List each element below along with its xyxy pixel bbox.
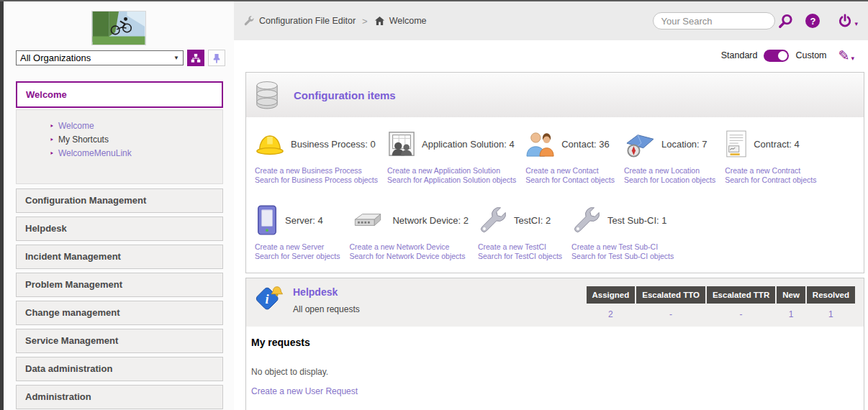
submenu-item-welcomemenulink[interactable]: ‣WelcomeMenuLink	[50, 147, 217, 160]
panel-title: Helpdesk	[293, 286, 360, 298]
panel-title: Configuration items	[294, 89, 396, 101]
sidebar-item-label: Administration	[25, 391, 91, 402]
ci-item-location: Location: 7 Create a new Location Search…	[624, 126, 715, 185]
logout-button[interactable]: ▾	[837, 13, 858, 29]
wrench-icon	[243, 15, 255, 27]
sidebar-item-label: Incident Management	[25, 251, 121, 262]
search-link[interactable]: Search for Server objects	[255, 252, 340, 261]
create-link[interactable]: Create a new TestCI	[478, 242, 562, 252]
sidebar-item-label: Change management	[25, 307, 119, 318]
edit-dashboard-button[interactable]: ✎▾	[838, 49, 854, 63]
ci-row-2: Server: 4 Create a new Server Search for…	[246, 192, 864, 273]
sidebar-item-service-management[interactable]: Service Management	[16, 329, 223, 353]
column-header: Escalated TTR	[707, 286, 775, 304]
ci-item-server: Server: 4 Create a new Server Search for…	[255, 202, 340, 261]
svg-text:i: i	[265, 292, 268, 306]
submenu-link[interactable]: My Shortcuts	[58, 135, 109, 145]
create-user-request-link[interactable]: Create a new User Request	[251, 386, 358, 396]
breadcrumb: Configuration File Editor > Welcome	[243, 15, 427, 27]
search-link[interactable]: Search for Business Process objects	[255, 176, 378, 185]
resolved-count-link[interactable]: 1	[828, 309, 833, 319]
helpdesk-titles: Helpdesk All open requests	[293, 285, 360, 314]
ci-item-business-process: Business Process: 0 Create a new Busines…	[255, 126, 378, 185]
create-link[interactable]: Create a new Contract	[725, 166, 816, 176]
new-count-link[interactable]: 1	[789, 309, 794, 319]
search-link[interactable]: Search for Location objects	[624, 176, 715, 185]
panel-configuration-items: Configuration items Business Process: 0	[245, 72, 864, 273]
create-link[interactable]: Create a new Business Process	[255, 166, 378, 176]
main-area: Configuration File Editor > Welcome ?	[234, 1, 868, 410]
breadcrumb-item[interactable]: Configuration File Editor	[259, 16, 356, 26]
question-mark-icon: ?	[810, 16, 815, 27]
submenu-link[interactable]: Welcome	[58, 121, 94, 131]
breadcrumb-item[interactable]: Welcome	[389, 16, 427, 26]
create-link[interactable]: Create a new Location	[624, 166, 715, 176]
ci-label: Test Sub-CI: 1	[607, 215, 666, 226]
create-link[interactable]: Create a new Server	[255, 242, 340, 252]
ci-label: Contract: 4	[754, 139, 800, 150]
triangle-bullet-icon: ‣	[50, 122, 54, 130]
sidebar-item-label: Service Management	[25, 335, 118, 346]
escalated-tto-value: -	[669, 309, 672, 319]
sidebar-item-label: Data administration	[25, 363, 112, 374]
sidebar-item-administration[interactable]: Administration	[16, 385, 223, 409]
assigned-count-link[interactable]: 2	[608, 309, 613, 319]
wrench-icon	[478, 205, 508, 235]
sidebar-item-problem-management[interactable]: Problem Management	[16, 273, 223, 297]
help-button[interactable]: ?	[805, 14, 820, 28]
chevron-down-icon: ▾	[851, 55, 854, 63]
submenu-link[interactable]: WelcomeMenuLink	[58, 148, 132, 158]
search-link[interactable]: Search for TestCI objects	[478, 252, 562, 261]
ci-label: Business Process: 0	[291, 139, 376, 150]
ci-label: Location: 7	[661, 139, 707, 150]
search-input[interactable]	[653, 12, 775, 29]
organization-filter-row: All Organizations ▼	[16, 50, 225, 66]
pin-menu-button[interactable]	[208, 50, 225, 66]
chevron-down-icon: ▼	[173, 55, 179, 61]
organization-select[interactable]: All Organizations ▼	[16, 50, 184, 65]
sidebar-item-label: Problem Management	[25, 279, 122, 290]
ci-label: Network Device: 2	[392, 215, 468, 226]
search-link[interactable]: Search for Contract objects	[725, 176, 816, 185]
org-hierarchy-button[interactable]	[187, 50, 204, 66]
search-button[interactable]	[777, 13, 794, 29]
empty-list-message: No object to display.	[251, 367, 856, 377]
sidebar-item-helpdesk[interactable]: Helpdesk	[16, 217, 223, 241]
column-header: New	[777, 286, 805, 304]
welcome-submenu: ‣Welcome ‣My Shortcuts ‣WelcomeMenuLink	[16, 109, 223, 184]
contract-document-icon	[725, 129, 748, 158]
column-header: Assigned	[587, 286, 636, 304]
sidebar-item-incident-management[interactable]: Incident Management	[16, 245, 223, 269]
create-link[interactable]: Create a new Contact	[525, 166, 615, 176]
search-icon	[777, 13, 794, 29]
sidebar-item-configuration-management[interactable]: Configuration Management	[16, 188, 223, 213]
sidebar-menu: Welcome ‣Welcome ‣My Shortcuts ‣WelcomeM…	[16, 81, 223, 410]
breadcrumb-bar: Configuration File Editor > Welcome ?	[234, 1, 868, 40]
logo-image[interactable]	[91, 11, 146, 45]
contacts-icon	[525, 130, 556, 158]
create-link[interactable]: Create a new Test Sub-CI	[571, 242, 674, 252]
table-row: 2 - - 1 1	[587, 305, 856, 319]
search-link[interactable]: Search for Contact objects	[525, 176, 615, 185]
sidebar-item-welcome[interactable]: Welcome	[16, 81, 223, 108]
sidebar-item-change-management[interactable]: Change management	[16, 301, 223, 325]
triangle-bullet-icon: ‣	[50, 136, 54, 144]
standard-mode-label: Standard	[721, 50, 758, 60]
submenu-item-welcome[interactable]: ‣Welcome	[50, 119, 217, 133]
power-icon	[837, 13, 853, 29]
server-icon	[255, 204, 279, 236]
search-link[interactable]: Search for Application Solution objects	[387, 176, 516, 185]
database-icon	[255, 80, 279, 110]
create-link[interactable]: Create a new Network Device	[349, 242, 468, 252]
helpdesk-info-icon: i	[253, 285, 284, 314]
panel-helpdesk: i Helpdesk All open requests Assigned	[245, 278, 864, 410]
sidebar-item-label: Configuration Management	[25, 195, 146, 206]
submenu-item-my-shortcuts[interactable]: ‣My Shortcuts	[50, 133, 217, 147]
search-link[interactable]: Search for Test Sub-CI objects	[571, 252, 674, 261]
wrench-icon	[571, 205, 602, 235]
create-link[interactable]: Create a new Application Solution	[387, 166, 516, 176]
top-actions: ? ▾	[653, 12, 858, 29]
mode-toggle[interactable]	[764, 50, 789, 62]
sidebar-item-data-administration[interactable]: Data administration	[16, 357, 223, 381]
search-link[interactable]: Search for Network Device objects	[349, 252, 468, 261]
